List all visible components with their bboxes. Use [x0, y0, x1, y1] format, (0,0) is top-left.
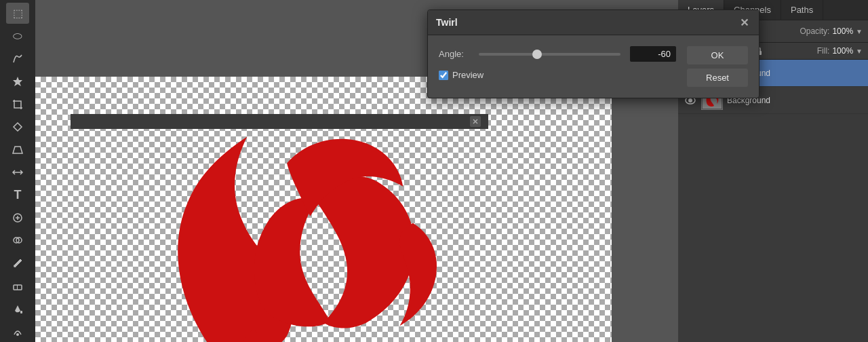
- svg-point-4: [14, 265, 16, 267]
- tool-heal[interactable]: [6, 207, 29, 228]
- tool-eraser[interactable]: [6, 276, 29, 297]
- preview-checkbox[interactable]: [439, 71, 448, 80]
- svg-point-21: [688, 98, 692, 102]
- twirl-dialog: Twirl ✕ Angle: Preview OK Reset: [427, 10, 760, 98]
- fill-label: Fill:: [817, 46, 830, 56]
- dialog-titlebar: Twirl ✕: [428, 10, 759, 35]
- tool-paintbrush[interactable]: [6, 252, 29, 273]
- tool-transform[interactable]: [6, 116, 29, 137]
- tool-rectangle-select[interactable]: ⬚: [6, 3, 29, 24]
- angle-label: Angle:: [439, 49, 469, 59]
- toolbar-left: ⬚ ⬭ T: [0, 0, 35, 342]
- tab-paths[interactable]: Paths: [781, 0, 823, 20]
- tool-text[interactable]: T: [6, 185, 29, 206]
- tool-ellipse-select[interactable]: ⬭: [6, 25, 29, 46]
- angle-input[interactable]: [630, 46, 676, 62]
- dialog-close-button[interactable]: ✕: [737, 16, 751, 29]
- tool-dodge-burn[interactable]: [6, 321, 29, 342]
- tool-fuzzy-select[interactable]: [6, 71, 29, 92]
- dialog-controls: Angle: Preview: [439, 46, 676, 87]
- canvas-info-bar: [71, 114, 488, 129]
- reset-button[interactable]: Reset: [687, 69, 748, 87]
- svg-rect-6: [17, 285, 18, 290]
- svg-marker-0: [13, 77, 22, 86]
- fill-value[interactable]: 100%: [832, 46, 853, 56]
- tool-fill[interactable]: [6, 298, 29, 319]
- angle-row: Angle:: [439, 46, 676, 62]
- preview-row: Preview: [439, 70, 676, 80]
- opacity-label: Opacity:: [800, 26, 829, 36]
- tool-free-select[interactable]: [6, 48, 29, 69]
- canvas-info-icon[interactable]: [468, 114, 483, 129]
- layer-list: Background Background: [678, 60, 868, 342]
- opacity-arrow-icon[interactable]: ▼: [856, 28, 863, 35]
- tool-crop[interactable]: [6, 94, 29, 115]
- angle-slider-thumb[interactable]: [532, 50, 542, 59]
- tool-flip[interactable]: [6, 162, 29, 183]
- preview-label: Preview: [452, 70, 484, 80]
- dialog-body: Angle: Preview OK Reset: [428, 35, 759, 98]
- dialog-title: Twirl: [436, 17, 458, 28]
- dialog-buttons: OK Reset: [687, 46, 748, 87]
- fill-row: Fill: 100% ▼: [817, 46, 863, 56]
- tool-perspective[interactable]: [6, 139, 29, 160]
- svg-rect-7: [20, 311, 22, 314]
- opacity-value[interactable]: 100%: [832, 26, 853, 36]
- fill-arrow-icon[interactable]: ▼: [856, 48, 863, 55]
- tool-clone[interactable]: [6, 230, 29, 251]
- svg-point-8: [16, 333, 19, 336]
- ok-button[interactable]: OK: [687, 46, 748, 64]
- angle-slider[interactable]: [479, 53, 620, 56]
- opacity-row: Opacity: 100% ▼: [800, 26, 863, 36]
